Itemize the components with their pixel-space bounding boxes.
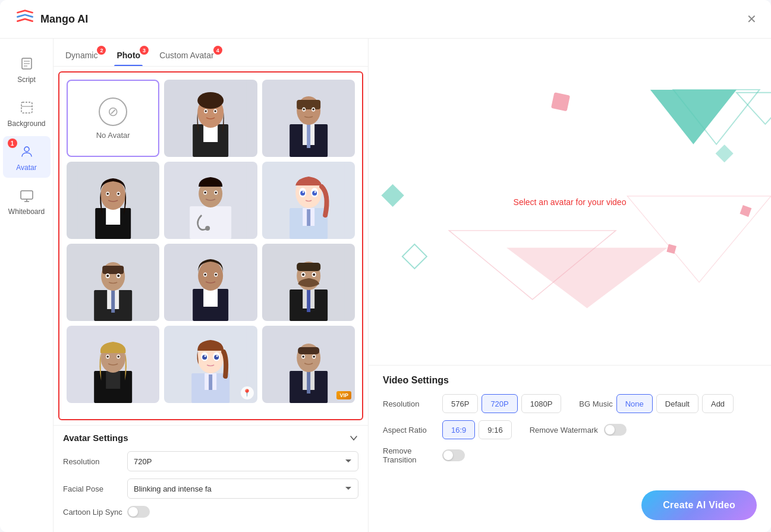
- resolution-select[interactable]: 480P 576P 720P 1080P: [127, 451, 358, 471]
- sidebar-item-background[interactable]: Background: [3, 92, 51, 134]
- svg-rect-117: [381, 184, 404, 207]
- remove-watermark-toggle[interactable]: [604, 424, 627, 436]
- cartoon-lip-sync-toggle[interactable]: [127, 506, 150, 518]
- avatar-card-anime2[interactable]: 📍: [164, 326, 257, 403]
- svg-point-82: [302, 273, 304, 276]
- avatar-card-anime[interactable]: [262, 162, 355, 239]
- svg-point-27: [303, 108, 305, 111]
- svg-rect-31: [106, 208, 120, 225]
- svg-rect-86: [106, 371, 120, 389]
- svg-point-44: [215, 191, 218, 194]
- avatar-f3-img: [164, 162, 257, 239]
- svg-marker-114: [674, 90, 760, 144]
- avatar-grid: ⊘ No Avatar: [67, 80, 355, 403]
- aspect-9-16-btn[interactable]: 9:16: [479, 420, 511, 439]
- svg-rect-4: [21, 102, 32, 113]
- avatar-settings-header[interactable]: Avatar Settings: [63, 433, 358, 443]
- app-window: Mango AI ✕ Script: [0, 0, 771, 532]
- avatar-f2-img: [67, 162, 159, 239]
- aspect-ratio-label: Aspect Ratio: [383, 426, 436, 435]
- avatar-card-f3-doctor[interactable]: [164, 162, 257, 239]
- svg-rect-22: [307, 124, 310, 148]
- cartoon-lip-sync-row: Cartoon Lip Sync: [63, 506, 358, 518]
- facial-pose-label: Facial Pose: [63, 484, 122, 493]
- svg-point-64: [106, 275, 109, 277]
- select-avatar-message: Select an avatar for your video: [514, 197, 627, 207]
- no-avatar-card[interactable]: ⊘ No Avatar: [67, 80, 159, 157]
- resolution-btn-group: 576P 720P 1080P: [442, 394, 561, 413]
- music-add-btn[interactable]: Add: [702, 394, 734, 413]
- avatar-card-m2[interactable]: [67, 244, 159, 321]
- svg-rect-7: [21, 191, 33, 199]
- svg-marker-122: [627, 196, 771, 282]
- title-bar: Mango AI ✕: [0, 0, 771, 39]
- sidebar-item-avatar[interactable]: 1 Avatar: [3, 136, 51, 178]
- sidebar-label-whiteboard: Whiteboard: [8, 207, 45, 216]
- svg-rect-79: [297, 263, 320, 271]
- avatar-card-m3[interactable]: [262, 244, 355, 321]
- svg-rect-68: [203, 289, 218, 307]
- sidebar: Script Background 1: [0, 39, 54, 532]
- avatar-card-f2[interactable]: [67, 162, 159, 239]
- avatar-grid-container: ⊘ No Avatar: [58, 71, 363, 420]
- aspect-16-9-btn[interactable]: 16:9: [442, 420, 475, 439]
- close-button[interactable]: ✕: [747, 13, 757, 25]
- svg-point-35: [106, 193, 109, 195]
- resolution-bg-music-row: Resolution 576P 720P 1080P BG Music None…: [383, 394, 757, 413]
- bg-music-group: BG Music None Default Add: [579, 394, 734, 413]
- avatar-card-m4-vip[interactable]: VIP: [262, 326, 355, 403]
- svg-rect-123: [666, 244, 676, 254]
- svg-point-39: [205, 226, 210, 231]
- res-1080p-btn[interactable]: 1080P: [521, 394, 562, 413]
- svg-rect-124: [402, 244, 427, 269]
- svg-marker-115: [737, 93, 771, 124]
- tab-photo-badge: 3: [140, 46, 149, 55]
- svg-point-65: [117, 275, 119, 277]
- music-default-btn[interactable]: Default: [656, 394, 698, 413]
- avatar-card-f1[interactable]: [164, 80, 257, 157]
- remove-transition-toggle[interactable]: [442, 449, 465, 461]
- svg-point-17: [205, 110, 207, 112]
- facial-pose-select[interactable]: Blinking and intense fa: [127, 479, 358, 499]
- avatar-card-f4[interactable]: [164, 244, 257, 321]
- svg-point-91: [117, 355, 119, 358]
- video-settings-title: Video Settings: [383, 375, 757, 386]
- music-none-btn[interactable]: None: [616, 394, 653, 413]
- svg-point-32: [100, 180, 125, 210]
- sidebar-item-whiteboard[interactable]: Whiteboard: [3, 180, 51, 222]
- svg-point-72: [204, 273, 207, 276]
- svg-marker-121: [449, 231, 615, 300]
- avatar-card-f5[interactable]: [67, 326, 159, 403]
- svg-rect-24: [297, 100, 320, 109]
- left-panel: Dynamic 2 Photo 3 Custom Avatar 4 ⊘: [54, 39, 369, 532]
- avatar-badge: 1: [8, 138, 17, 148]
- svg-point-73: [215, 273, 218, 276]
- svg-rect-48: [307, 209, 310, 226]
- remove-transition-row: Remove Transition: [383, 446, 757, 464]
- res-720p-btn[interactable]: 720P: [482, 394, 517, 413]
- tab-dynamic[interactable]: Dynamic 2: [63, 46, 100, 66]
- cartoon-lip-sync-label: Cartoon Lip Sync: [63, 508, 122, 517]
- logo-area: Mango AI: [14, 8, 88, 30]
- svg-point-69: [198, 261, 223, 291]
- create-ai-video-button[interactable]: Create AI Video: [641, 490, 757, 520]
- app-title: Mango AI: [40, 13, 88, 26]
- svg-rect-108: [298, 347, 319, 354]
- sidebar-item-script[interactable]: Script: [3, 48, 51, 90]
- tab-custom-avatar[interactable]: Custom Avatar 4: [157, 46, 216, 66]
- svg-point-83: [313, 273, 315, 276]
- avatar-m1-img: [262, 80, 355, 157]
- facial-pose-row: Facial Pose Blinking and intense fa: [63, 479, 358, 499]
- svg-marker-113: [650, 90, 737, 144]
- avatar-card-m1[interactable]: [262, 80, 355, 157]
- svg-point-14: [197, 92, 224, 109]
- tab-photo[interactable]: Photo 3: [114, 46, 143, 66]
- avatar-m2-img: [67, 244, 159, 321]
- right-panel: Select an avatar for your video Video Se…: [369, 39, 771, 532]
- resolution-row: Resolution 480P 576P 720P 1080P: [63, 451, 358, 471]
- remove-watermark-label: Remove Watermark: [530, 426, 598, 435]
- whiteboard-icon: [17, 186, 36, 205]
- svg-point-28: [312, 108, 314, 111]
- res-576p-btn[interactable]: 576P: [442, 394, 478, 413]
- svg-rect-59: [111, 290, 115, 313]
